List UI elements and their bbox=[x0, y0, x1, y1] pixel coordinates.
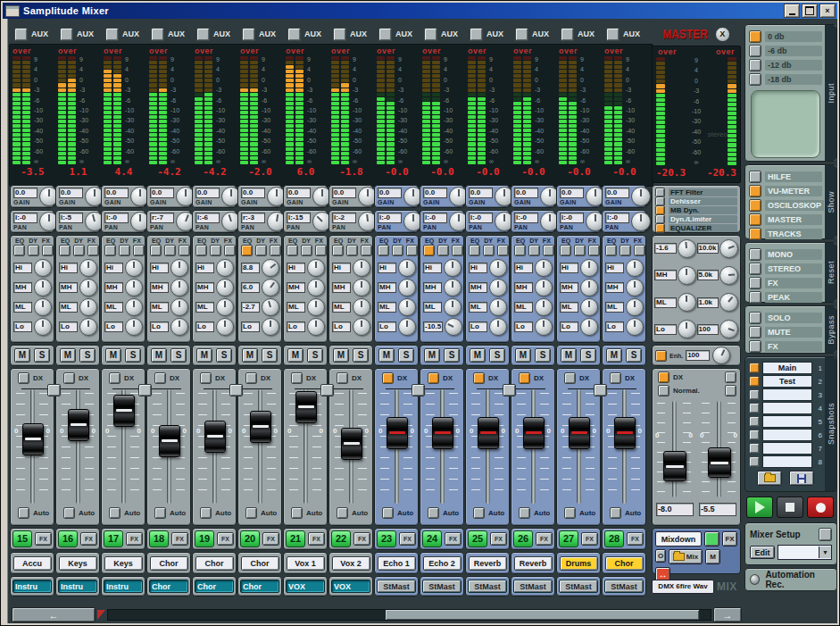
track-number-button[interactable]: 25 bbox=[468, 530, 487, 547]
eq-toggle[interactable] bbox=[287, 245, 298, 256]
dynamics-toggle[interactable] bbox=[28, 245, 39, 256]
auto-toggle[interactable] bbox=[291, 507, 303, 519]
show-tracks-toggle[interactable] bbox=[749, 228, 761, 240]
eq-ml-value[interactable]: -2.7 bbox=[241, 302, 260, 313]
eq-toggle[interactable] bbox=[241, 245, 253, 256]
eq-ml-knob[interactable] bbox=[79, 298, 97, 316]
track-name-button[interactable]: Keys bbox=[104, 556, 143, 571]
eq-ml-knob[interactable] bbox=[580, 298, 598, 316]
eq-lo-value[interactable]: Lo bbox=[469, 321, 487, 332]
output-routing[interactable]: Instru bbox=[58, 580, 97, 593]
fx-toggle[interactable] bbox=[543, 245, 554, 256]
fader-track[interactable]: 0 0 bbox=[380, 388, 412, 505]
scrollbar-thumb[interactable] bbox=[386, 610, 699, 620]
auto-toggle[interactable] bbox=[564, 507, 576, 519]
eq-hi-value[interactable]: Hi bbox=[469, 263, 487, 273]
master-eq-ml-freq-knob[interactable] bbox=[719, 293, 738, 312]
pan-value[interactable]: l:-0 bbox=[423, 213, 447, 223]
master-close-icon[interactable]: X bbox=[715, 27, 730, 42]
eq-hi-knob[interactable] bbox=[79, 259, 97, 277]
eq-hi-value[interactable]: Hi bbox=[560, 263, 578, 273]
fader-handle[interactable] bbox=[569, 417, 590, 449]
solo-button[interactable]: S bbox=[444, 348, 460, 363]
eq-ml-knob[interactable] bbox=[170, 298, 188, 316]
gain-value[interactable]: 0.0 bbox=[423, 188, 447, 198]
fx-button[interactable]: FX bbox=[490, 532, 507, 546]
fx-toggle[interactable] bbox=[361, 245, 372, 256]
fx-button[interactable]: FX bbox=[627, 532, 644, 546]
eq-toggle[interactable] bbox=[378, 245, 389, 256]
fader-handle[interactable] bbox=[614, 417, 636, 449]
eq-mh-value[interactable]: MH bbox=[195, 282, 214, 293]
eq-ml-value[interactable]: ML bbox=[469, 302, 487, 313]
mixer-setup-toggle[interactable] bbox=[819, 528, 832, 541]
track-name-button[interactable]: Keys bbox=[59, 556, 97, 571]
bypass-fx-toggle[interactable] bbox=[749, 340, 761, 353]
snapshot-4-name[interactable] bbox=[762, 402, 812, 414]
eq-mh-knob[interactable] bbox=[535, 279, 553, 296]
eq-mh-value[interactable]: MH bbox=[605, 282, 624, 293]
solo-button[interactable]: S bbox=[353, 348, 369, 363]
eq-mh-value[interactable]: MH bbox=[332, 282, 351, 293]
fx-button[interactable]: FX bbox=[126, 532, 143, 546]
reset-fx-toggle[interactable] bbox=[749, 277, 761, 289]
gain-value[interactable]: 0.0 bbox=[560, 188, 584, 198]
stereo-link-button[interactable] bbox=[594, 384, 607, 396]
eq-ml-value[interactable]: ML bbox=[332, 302, 351, 313]
auto-toggle[interactable] bbox=[519, 507, 530, 519]
aux-toggle[interactable] bbox=[105, 28, 119, 41]
eq-mh-value[interactable]: MH bbox=[423, 282, 442, 293]
dx-toggle[interactable] bbox=[245, 372, 257, 384]
track-name-button[interactable]: Vox 2 bbox=[332, 556, 370, 571]
auto-toggle[interactable] bbox=[245, 507, 257, 519]
fader-handle[interactable] bbox=[113, 395, 135, 427]
master-fader-track-right[interactable]: 0 0 bbox=[701, 399, 736, 499]
fader-handle[interactable] bbox=[523, 417, 545, 449]
eq-lo-value[interactable]: Lo bbox=[332, 321, 351, 332]
stereo-link-button[interactable] bbox=[47, 384, 61, 396]
fx-toggle[interactable] bbox=[270, 245, 281, 256]
mute-button[interactable]: M bbox=[470, 348, 486, 363]
dx-toggle[interactable] bbox=[154, 372, 166, 384]
reset-stereo-toggle[interactable] bbox=[749, 263, 761, 275]
fader-track[interactable]: 0 0 bbox=[608, 388, 640, 505]
dx-toggle[interactable] bbox=[337, 372, 348, 384]
setup-dropdown[interactable]: ▼ bbox=[778, 545, 832, 560]
track-number-button[interactable]: 27 bbox=[559, 530, 578, 547]
gain-value[interactable]: 0.0 bbox=[469, 188, 493, 198]
master-eq-lo-freq[interactable]: 100 bbox=[697, 324, 719, 335]
fx-toggle[interactable] bbox=[133, 245, 145, 256]
fader-handle[interactable] bbox=[204, 421, 226, 453]
eq-mh-knob[interactable] bbox=[79, 279, 97, 296]
fader-track[interactable]: 0 0 bbox=[562, 388, 595, 505]
eq-toggle[interactable] bbox=[332, 245, 344, 256]
edit-button[interactable]: Edit bbox=[750, 546, 775, 559]
eq-mh-value[interactable]: MH bbox=[13, 282, 32, 293]
output-routing[interactable]: Chor bbox=[240, 580, 279, 593]
master-fader-track-left[interactable]: 0 0 bbox=[656, 399, 692, 499]
dynamics-toggle[interactable] bbox=[528, 245, 540, 256]
snapshot-load-button[interactable] bbox=[757, 471, 782, 486]
eq-hi-value[interactable]: Hi bbox=[287, 263, 305, 273]
normalize-toggle[interactable] bbox=[658, 385, 670, 396]
dx-toggle[interactable] bbox=[428, 372, 439, 384]
solo-button[interactable]: S bbox=[535, 348, 551, 363]
show-osciloskop-toggle[interactable] bbox=[749, 199, 761, 212]
fx-toggle[interactable] bbox=[588, 245, 600, 256]
output-routing[interactable]: Chor bbox=[195, 580, 234, 593]
solo-button[interactable]: S bbox=[262, 348, 278, 363]
snapshot-6-name[interactable] bbox=[762, 429, 812, 441]
snapshot-7-name[interactable] bbox=[762, 442, 812, 455]
stereo-link-button[interactable] bbox=[229, 384, 243, 396]
track-name-button[interactable]: Drums bbox=[560, 556, 598, 571]
solo-button[interactable]: S bbox=[398, 348, 414, 363]
maximize-button[interactable] bbox=[802, 4, 818, 18]
show-vumeter-toggle[interactable] bbox=[749, 185, 761, 197]
eq-ml-value[interactable]: ML bbox=[378, 302, 396, 313]
fx-toggle[interactable] bbox=[497, 245, 509, 256]
eq-lo-knob[interactable] bbox=[34, 318, 52, 336]
master-eq-lo-freq-knob[interactable] bbox=[719, 320, 738, 338]
solo-button[interactable]: S bbox=[489, 348, 505, 363]
aux-toggle[interactable] bbox=[378, 28, 392, 41]
eq-ml-knob[interactable] bbox=[125, 298, 143, 316]
